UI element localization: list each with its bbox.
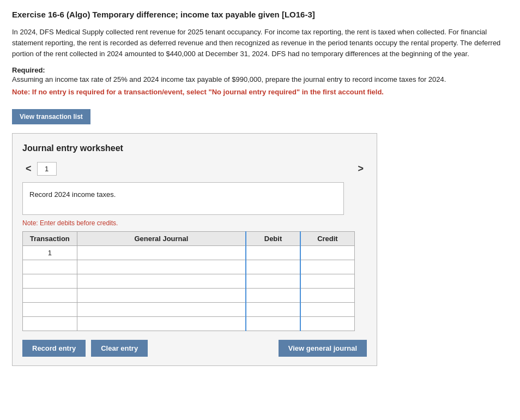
page-number: 1 [37,162,57,176]
worksheet-title: Journal entry worksheet [22,143,367,153]
journal-input-6[interactable] [77,317,246,331]
required-label: Required: [12,66,45,74]
credit-input-3[interactable] [301,274,354,288]
credit-cell-1[interactable] [300,245,355,260]
debit-input-4[interactable] [246,289,300,302]
debit-cell-6[interactable] [246,316,300,331]
journal-input-3[interactable] [77,274,246,288]
journal-input-1[interactable] [77,246,246,260]
debit-cell-5[interactable] [246,302,300,316]
journal-cell-5[interactable] [77,302,246,316]
col-header-debit: Debit [246,231,300,245]
view-general-journal-button[interactable]: View general journal [279,340,367,357]
transaction-num-3 [23,274,77,288]
transaction-num-6 [23,316,77,331]
record-entry-button[interactable]: Record entry [22,340,86,357]
page-title: Exercise 16-6 (Algo) Temporary differenc… [12,10,508,19]
transaction-num-1: 1 [23,245,77,260]
table-row [23,288,355,302]
journal-cell-6[interactable] [77,316,246,331]
worksheet-nav: < 1 > [22,162,367,176]
credit-input-4[interactable] [301,289,354,302]
transaction-num-4 [23,288,77,302]
journal-entry-worksheet: Journal entry worksheet < 1 > Record 202… [12,133,377,366]
debit-input-3[interactable] [246,274,300,288]
note-enter-debits: Note: Enter debits before credits. [22,219,367,227]
table-row [23,260,355,274]
debit-input-2[interactable] [246,260,300,274]
table-row: 1 [23,245,355,260]
table-row [23,274,355,288]
debit-cell-2[interactable] [246,260,300,274]
credit-input-2[interactable] [301,260,354,274]
col-header-transaction: Transaction [23,231,77,245]
debit-input-1[interactable] [246,246,300,260]
journal-cell-2[interactable] [77,260,246,274]
nav-prev-button[interactable]: < [22,163,35,175]
credit-input-5[interactable] [301,303,354,316]
debit-cell-1[interactable] [246,245,300,260]
credit-cell-2[interactable] [300,260,355,274]
debit-input-5[interactable] [246,303,300,316]
actions-row: Record entry Clear entry View general jo… [22,340,367,357]
table-row [23,302,355,316]
debit-cell-3[interactable] [246,274,300,288]
instruction-text: Record 2024 income taxes. [29,190,116,199]
nav-next-button[interactable]: > [354,163,367,175]
journal-input-4[interactable] [77,289,246,302]
journal-cell-3[interactable] [77,274,246,288]
credit-cell-4[interactable] [300,288,355,302]
credit-cell-3[interactable] [300,274,355,288]
table-row [23,316,355,331]
journal-table: Transaction General Journal Debit Credit… [22,231,355,331]
col-header-general-journal: General Journal [77,231,246,245]
description-text: In 2024, DFS Medical Supply collected re… [12,27,508,59]
credit-input-1[interactable] [301,246,354,260]
debit-cell-4[interactable] [246,288,300,302]
required-text: Assuming an income tax rate of 25% and 2… [12,75,446,83]
col-header-credit: Credit [300,231,355,245]
credit-input-6[interactable] [301,317,354,331]
view-transaction-list-button[interactable]: View transaction list [12,109,90,124]
journal-input-5[interactable] [77,303,246,316]
debit-input-6[interactable] [246,317,300,331]
journal-input-2[interactable] [77,260,246,274]
journal-cell-1[interactable] [77,245,246,260]
credit-cell-5[interactable] [300,302,355,316]
credit-cell-6[interactable] [300,316,355,331]
transaction-num-2 [23,260,77,274]
instruction-box: Record 2024 income taxes. [22,182,344,215]
transaction-num-5 [23,302,77,316]
note-red-text: Note: If no entry is required for a tran… [12,88,508,96]
journal-cell-4[interactable] [77,288,246,302]
clear-entry-button[interactable]: Clear entry [91,340,148,357]
